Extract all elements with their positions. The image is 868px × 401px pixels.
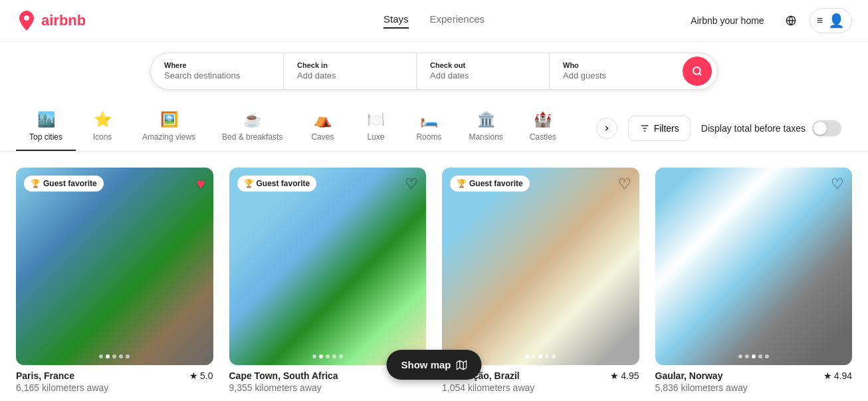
category-amazing-views[interactable]: 🖼️ Amazing views (129, 106, 209, 151)
checkout-field[interactable]: Check out Add dates (417, 53, 550, 89)
category-castles[interactable]: 🏰 Castles (516, 106, 570, 151)
category-label-caves: Caves (311, 132, 334, 142)
dot-1 (319, 354, 323, 358)
listing-location-paris: Paris, France (16, 370, 108, 381)
dot-0 (738, 354, 742, 358)
search-container: Where Search destinations Check in Add d… (0, 42, 868, 95)
category-icon-bed-breakfasts: ☕ (243, 111, 261, 128)
nav-stays[interactable]: Stays (383, 13, 409, 29)
category-bed-breakfasts[interactable]: ☕ Bed & breakfasts (209, 106, 296, 151)
svg-point-1 (693, 67, 701, 74)
header-right: Airbnb your home ≡ 👤 (683, 8, 852, 33)
checkout-value: Add dates (430, 70, 469, 80)
category-icon-top-cities: 🏙️ (37, 111, 55, 128)
filters-button[interactable]: Filters (628, 116, 691, 141)
where-value: Search destinations (164, 70, 240, 80)
star-icon: ★ (189, 370, 198, 381)
listing-card-gaular[interactable]: ♡ Gaular, Norway 5,836 kilometers away ★… (655, 168, 853, 393)
listing-distance-capetown: 9,355 kilometers away (229, 382, 338, 393)
category-rooms[interactable]: 🛏️ Rooms (402, 106, 455, 151)
dot-4 (126, 354, 130, 358)
rating-value-gaular: 4.94 (834, 370, 852, 381)
listing-image-capetown: 🏆 Guest favorite ♡ (229, 168, 427, 365)
dot-2 (326, 354, 330, 358)
category-label-icons: Icons (93, 132, 112, 142)
category-label-castles: Castles (530, 132, 556, 142)
listing-details-paris: Paris, France 6,165 kilometers away (16, 370, 108, 393)
trophy-icon: 🏆 (31, 179, 41, 188)
dot-3 (545, 354, 549, 358)
who-label: Who (563, 61, 669, 69)
listing-info-paris: Paris, France 6,165 kilometers away ★ 5.… (16, 370, 213, 393)
nav-experiences[interactable]: Experiences (429, 13, 485, 29)
wishlist-button-gaular[interactable]: ♡ (831, 176, 844, 193)
airbnb-logo[interactable]: airbnb (16, 10, 86, 31)
listing-distance-gaular: 5,836 kilometers away (655, 382, 748, 393)
listing-details-capetown: Cape Town, South Africa 9,355 kilometers… (229, 370, 338, 393)
guest-favorite-badge: 🏆 Guest favorite (24, 176, 104, 192)
show-map-label: Show map (401, 359, 451, 370)
wishlist-button-capetown[interactable]: ♡ (405, 176, 418, 193)
listing-rating-paris: ★ 5.0 (189, 370, 213, 381)
listing-image-gaular: ♡ (655, 168, 853, 365)
category-luxe[interactable]: 🍽️ Luxe (349, 106, 402, 151)
checkin-field[interactable]: Check in Add dates (284, 53, 417, 89)
listing-details-gaular: Gaular, Norway 5,836 kilometers away (655, 370, 748, 393)
taxes-label: Display total before taxes (701, 123, 806, 134)
image-dots-paris (99, 354, 130, 358)
toggle-knob (814, 122, 827, 135)
category-items: 🏙️ Top cities ⭐ Icons 🖼️ Amazing views ☕… (16, 106, 596, 151)
taxes-toggle: Display total before taxes (691, 120, 852, 136)
dot-2 (752, 354, 756, 358)
map-icon (457, 360, 467, 370)
menu-icon: ≡ (817, 15, 823, 27)
category-label-amazing-views: Amazing views (142, 132, 195, 142)
guest-favorite-badge: 🏆 Guest favorite (450, 176, 530, 192)
who-field[interactable]: Who Add guests (550, 53, 683, 89)
dot-3 (332, 354, 336, 358)
category-label-mansions: Mansions (469, 132, 502, 142)
dot-1 (106, 354, 110, 358)
who-value: Add guests (563, 70, 606, 80)
category-icon-castles: 🏰 (534, 111, 552, 128)
category-caves[interactable]: ⛺ Caves (296, 106, 349, 151)
filters-label: Filters (654, 123, 679, 134)
airbnb-your-home-button[interactable]: Airbnb your home (683, 10, 772, 31)
where-label: Where (164, 61, 270, 69)
listing-rating-gaular: ★ 4.94 (823, 370, 852, 381)
dot-1 (532, 354, 536, 358)
taxes-toggle-switch[interactable] (812, 120, 841, 136)
category-mansions[interactable]: 🏛️ Mansions (455, 106, 516, 151)
category-label-rooms: Rooms (416, 132, 441, 142)
header: airbnb Stays Experiences Airbnb your hom… (0, 0, 868, 42)
listing-card-paris[interactable]: 🏆 Guest favorite ♥ Paris, France 6,165 k… (16, 168, 213, 393)
category-icon-mansions: 🏛️ (477, 111, 495, 128)
listing-info-gaular: Gaular, Norway 5,836 kilometers away ★ 4… (655, 370, 853, 393)
where-field[interactable]: Where Search destinations (151, 53, 284, 89)
category-nav: 🏙️ Top cities ⭐ Icons 🖼️ Amazing views ☕… (0, 95, 868, 152)
search-button[interactable] (683, 57, 712, 86)
main-nav: Stays Experiences (383, 13, 485, 29)
star-icon: ★ (610, 370, 619, 381)
dot-0 (312, 354, 316, 358)
chevron-right-icon (603, 124, 611, 132)
checkin-label: Check in (297, 61, 403, 69)
category-top-cities[interactable]: 🏙️ Top cities (16, 106, 76, 151)
trophy-icon: 🏆 (244, 179, 254, 188)
image-dots-gaular (738, 354, 769, 358)
listing-location-capetown: Cape Town, South Africa (229, 370, 338, 381)
listing-distance-conceicao: 1,054 kilometers away (442, 382, 534, 393)
category-icon-caves: ⛺ (314, 111, 332, 128)
show-map-button[interactable]: Show map (386, 350, 481, 380)
rating-value-paris: 5.0 (200, 370, 213, 381)
dot-2 (112, 354, 116, 358)
dot-3 (119, 354, 123, 358)
category-icon-icons: ⭐ (94, 111, 112, 128)
wishlist-button-conceicao[interactable]: ♡ (618, 176, 631, 193)
category-icons[interactable]: ⭐ Icons (76, 106, 129, 151)
language-button[interactable] (780, 10, 802, 31)
avatar-icon: 👤 (828, 13, 845, 29)
profile-menu-button[interactable]: ≡ 👤 (810, 8, 852, 33)
wishlist-button-paris[interactable]: ♥ (196, 176, 205, 193)
category-next-button[interactable] (596, 118, 617, 139)
